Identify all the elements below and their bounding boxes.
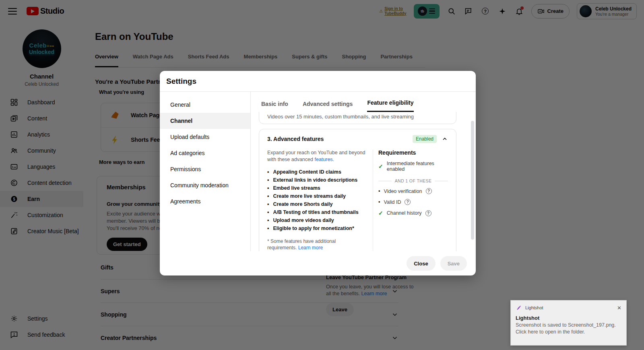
learn-more-link[interactable]: Learn more: [298, 245, 323, 251]
features-link[interactable]: features.: [314, 157, 334, 162]
help-icon[interactable]: ?: [426, 188, 432, 194]
notification-body: Screenshot is saved to Screenshot_197.pn…: [516, 322, 621, 336]
advanced-features-card: 3. Advanced features Enabled Expand your…: [259, 129, 456, 251]
tab-feature-eligibility[interactable]: Feature eligibility: [367, 99, 413, 112]
feature-item: Appealing Content ID claims: [267, 168, 365, 176]
bullet-icon: •: [378, 188, 380, 194]
feature-item: Embed live streams: [267, 184, 365, 192]
requirement-option: • Video verification ?: [378, 188, 448, 194]
check-icon: ✓: [378, 163, 383, 170]
intermediate-features-card[interactable]: Videos over 15 minutes, custom thumbnail…: [259, 112, 456, 124]
close-icon[interactable]: ✕: [617, 305, 621, 311]
feature-item: A/B Testing of titles and thumbnails: [267, 208, 365, 216]
feature-item: Create more Shorts daily: [267, 200, 365, 208]
features-list: Appealing Content ID claims External lin…: [267, 168, 365, 232]
feature-item: Eligible to apply for monetization*: [267, 224, 365, 232]
lightshot-notification[interactable]: Lightshot ✕ Lightshot Screenshot is save…: [510, 300, 627, 346]
advanced-intro: Expand your reach on YouTube and beyond …: [267, 149, 365, 163]
and-divider: AND 1 OF THESE: [378, 178, 448, 183]
requirement-option: • Valid ID ?: [378, 199, 448, 205]
feature-item: Create more live streams daily: [267, 192, 365, 200]
settings-nav-agreements[interactable]: Agreements: [160, 193, 250, 209]
advanced-features-title: 3. Advanced features: [267, 136, 324, 142]
close-button[interactable]: Close: [407, 256, 435, 271]
settings-nav: General Channel Upload defaults Ad categ…: [160, 92, 251, 251]
settings-nav-general[interactable]: General: [160, 97, 250, 113]
tab-basic-info[interactable]: Basic info: [261, 101, 288, 112]
help-icon[interactable]: ?: [425, 210, 431, 216]
bullet-icon: •: [378, 199, 380, 205]
notification-title: Lightshot: [516, 315, 621, 321]
modal-header: Settings: [160, 71, 476, 92]
settings-nav-ad-categories[interactable]: Ad categories: [160, 145, 250, 161]
feature-item: Upload more videos daily: [267, 216, 365, 224]
requirement-met: ✓ Intermediate features enabled: [378, 161, 448, 172]
feature-eligibility-panel: Videos over 15 minutes, custom thumbnail…: [251, 112, 476, 251]
help-icon[interactable]: ?: [405, 199, 411, 205]
settings-nav-channel[interactable]: Channel: [160, 113, 250, 129]
tab-advanced-settings[interactable]: Advanced settings: [303, 101, 353, 112]
requirements-panel: Requirements ✓ Intermediate features ena…: [373, 149, 448, 251]
settings-nav-upload-defaults[interactable]: Upload defaults: [160, 129, 250, 145]
settings-modal: Settings General Channel Upload defaults…: [160, 71, 476, 275]
check-icon: ✓: [378, 210, 383, 216]
modal-scrollbar[interactable]: [471, 121, 474, 240]
modal-footer: Close Save: [160, 251, 476, 275]
settings-nav-community-moderation[interactable]: Community moderation: [160, 177, 250, 193]
notification-app-name: Lightshot: [525, 305, 614, 310]
footnote: * Some features have additional requirem…: [267, 238, 365, 251]
chevron-up-icon[interactable]: [442, 136, 448, 142]
requirements-heading: Requirements: [378, 149, 448, 156]
save-button[interactable]: Save: [440, 256, 467, 271]
channel-tabs: Basic info Advanced settings Feature eli…: [251, 92, 476, 112]
settings-nav-permissions[interactable]: Permissions: [160, 161, 250, 177]
lightshot-feather-icon: [516, 304, 522, 311]
status-badge-enabled: Enabled: [413, 135, 437, 143]
requirement-option: ✓ Channel history ?: [378, 210, 448, 216]
feature-item: External links in video descriptions: [267, 176, 365, 184]
modal-title: Settings: [166, 77, 196, 86]
